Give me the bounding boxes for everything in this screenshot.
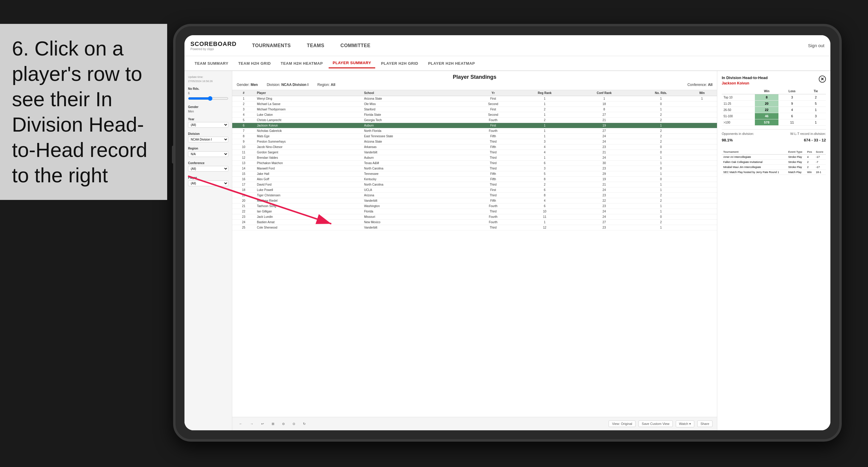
cell-conf: 23	[574, 204, 635, 209]
region-select[interactable]: N/A	[188, 151, 228, 157]
table-row[interactable]: 12 Brendan Valdes Auburn Third 1 24 1	[232, 155, 717, 160]
cell-rank: 10	[232, 145, 255, 150]
cell-reg: 1	[516, 155, 574, 160]
save-custom-button[interactable]: Save Custom View	[639, 421, 673, 427]
logo-sub: Powered by clippi	[190, 48, 237, 51]
view-original-button[interactable]: View: Original	[609, 421, 636, 427]
table-row[interactable]: 14 Maxwell Ford North Carolina Third 3 2…	[232, 166, 717, 171]
h2h-cell-range: 26-50	[722, 107, 755, 113]
table-row[interactable]: 3 Michael Thorbjornsen Stanford First 2 …	[232, 107, 717, 112]
circle-button[interactable]: ⊙	[290, 421, 298, 427]
table-row[interactable]: 18 Luke Powell UCLA First 6 24 1	[232, 187, 717, 193]
nav-committee[interactable]: COMMITTEE	[337, 40, 374, 51]
tab-team-h2h-grid[interactable]: TEAM H2H GRID	[234, 59, 275, 68]
table-row[interactable]: 8 Mats Ege East Tennessee State Fifth 1 …	[232, 134, 717, 139]
cell-conf: 29	[574, 171, 635, 177]
cell-player: Jackson Koivun	[255, 123, 362, 128]
table-row[interactable]: 2 Michael La Sasse Ole Miss Second 1 18 …	[232, 101, 717, 107]
sidebar-player: Player (All)	[188, 176, 228, 186]
cell-school: Vanderbilt	[362, 150, 470, 155]
cell-rank: 6	[232, 123, 255, 128]
cell-conf: 27	[574, 220, 635, 225]
cell-win	[687, 139, 717, 145]
cell-conf: 21	[574, 150, 635, 155]
table-row[interactable]: 17 David Ford North Carolina Third 2 21 …	[232, 182, 717, 187]
table-row[interactable]: 21 Taehoon Song Washington Fourth 6 23 1	[232, 204, 717, 209]
h2h-cell-loss: 9	[778, 100, 806, 107]
cell-school: Florida	[362, 209, 470, 214]
table-row[interactable]: 13 Phichaksn Maichon Texas A&M Third 6 3…	[232, 160, 717, 166]
reset-button[interactable]: ↩	[259, 421, 266, 427]
redo-button[interactable]: →	[248, 421, 256, 427]
h2h-cell-loss: 6	[778, 113, 806, 119]
table-row[interactable]: 4 Luke Claton Florida State Second 1 27 …	[232, 112, 717, 118]
cell-reg: 4	[516, 198, 574, 204]
table-row[interactable]: 20 Matthew Riedel Vanderbilt Fifth 4 22 …	[232, 198, 717, 204]
sign-out-button[interactable]: Sign out	[808, 43, 825, 48]
division-select[interactable]: NCAA Division I	[188, 137, 228, 142]
frame-button[interactable]: ⊝	[280, 421, 287, 427]
tournament-table: Tournament Event Type Pos Score Amer Ari…	[722, 150, 826, 175]
table-row[interactable]: 1 Wenyi Ding Arizona State First 1 1 1 1	[232, 96, 717, 101]
t-cell-name: Mirabel Maui Jim Intercollegiate	[722, 165, 787, 170]
no-rds-value: 6	[188, 92, 228, 95]
cell-rank: 21	[232, 204, 255, 209]
table-row[interactable]: 10 Jacob Nino-Okesor Arkansas Fifth 4 23…	[232, 145, 717, 150]
table-row[interactable]: 24 Bastien Amat New Mexico Fourth 1 27 2	[232, 220, 717, 225]
cell-player: Phichaksn Maichon	[255, 160, 362, 166]
cell-player: Alex Goff	[255, 177, 362, 182]
watch-button[interactable]: Watch ▾	[676, 421, 694, 427]
cell-rds: 1	[635, 107, 687, 112]
table-row[interactable]: 15 Jake Hall Tennessee Fifth 5 29 1	[232, 171, 717, 177]
tab-player-summary[interactable]: PLAYER SUMMARY	[329, 58, 375, 68]
t-col-pos: Pos	[806, 150, 814, 155]
cell-player: Bastien Amat	[255, 220, 362, 225]
nav-tournaments[interactable]: TOURNAMENTS	[248, 40, 294, 51]
table-row[interactable]: 5 Christo Lamprecht Georgia Tech Fourth …	[232, 118, 717, 123]
cell-player: Michael Thorbjornsen	[255, 107, 362, 112]
cell-rank: 18	[232, 187, 255, 193]
cell-school: Kentucky	[362, 177, 470, 182]
conference-select[interactable]: (All)	[188, 166, 228, 172]
undo-button[interactable]: ←	[237, 421, 245, 427]
h2h-row: >100 578 11 1	[722, 119, 826, 126]
table-row[interactable]: 16 Alex Goff Kentucky Fifth 8 19 0	[232, 177, 717, 182]
tab-player-h2h-heatmap[interactable]: PLAYER H2H HEATMAP	[424, 59, 479, 68]
table-row[interactable]: 23 Jack Lundin Missouri Fourth 11 24 0	[232, 214, 717, 220]
table-row[interactable]: 11 Gordon Sargent Vanderbilt Third 4 21 …	[232, 150, 717, 155]
no-rds-label: No Rds.	[188, 87, 228, 90]
table-row[interactable]: 19 Tiger Christensen Arizona Third 8 23 …	[232, 193, 717, 198]
table-row[interactable]: 6 Jackson Koivun Auburn First 1 19 1	[232, 123, 717, 128]
cell-win	[687, 166, 717, 171]
cell-school: Washington	[362, 204, 470, 209]
grid-button[interactable]: ⊞	[269, 421, 277, 427]
table-row[interactable]: 7 Nicholas Gabrelcik North Florida Fourt…	[232, 128, 717, 134]
t-cell-score: -17	[814, 165, 826, 170]
table-row[interactable]: 25 Cole Sherwood Vanderbilt Third 12 23 …	[232, 225, 717, 230]
cell-yr: Third	[470, 150, 516, 155]
cell-rds: 1	[635, 209, 687, 214]
player-select[interactable]: (All)	[188, 181, 228, 186]
cell-rank: 20	[232, 198, 255, 204]
table-row[interactable]: 22 Ian Gilligan Florida Third 10 24 1	[232, 209, 717, 214]
h2h-close-button[interactable]: ✕	[819, 75, 826, 83]
tab-team-summary[interactable]: TEAM SUMMARY	[190, 59, 232, 68]
cell-rds: 2	[635, 128, 687, 134]
no-rds-slider[interactable]	[188, 96, 228, 101]
cell-player: Wenyi Ding	[255, 96, 362, 101]
table-row[interactable]: 9 Preston Summerhays Arizona State Third…	[232, 139, 717, 145]
cell-rank: 17	[232, 182, 255, 187]
cell-rank: 14	[232, 166, 255, 171]
h2h-player-name: Jackson Koivun	[722, 81, 826, 85]
cell-player: Luke Powell	[255, 187, 362, 193]
share-button[interactable]: Share	[697, 421, 712, 427]
year-select[interactable]: (All)	[188, 122, 228, 128]
sidebar-division: Division NCAA Division I	[188, 132, 228, 142]
t-cell-type: Stroke Play	[787, 165, 806, 170]
tab-player-h2h-grid[interactable]: PLAYER H2H GRID	[377, 59, 422, 68]
tab-team-h2h-heatmap[interactable]: TEAM H2H HEATMAP	[276, 59, 327, 68]
refresh-button[interactable]: ↻	[301, 421, 308, 427]
nav-teams[interactable]: TEAMS	[303, 40, 328, 51]
cell-conf: 18	[574, 101, 635, 107]
cell-player: Taehoon Song	[255, 204, 362, 209]
